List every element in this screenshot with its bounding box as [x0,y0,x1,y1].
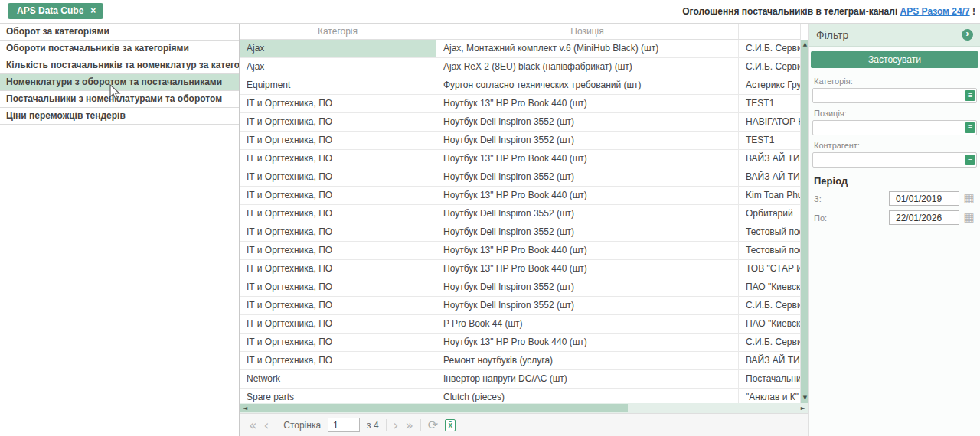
scroll-left-icon[interactable]: ◄ [243,403,247,413]
calendar-icon[interactable]: ▦ [962,211,975,224]
sidebar-item[interactable]: Постачальники з номенклатурами та оборот… [0,91,239,108]
table-cell[interactable]: Інвертор напруги DC/AC (шт) [436,370,739,388]
prev-page-button[interactable]: ‹ [263,417,269,434]
column-header-category[interactable]: Категорія [240,24,436,39]
collapse-panel-icon[interactable]: › [962,29,973,41]
table-cell[interactable]: IT и Оргтехника, ПО [240,334,436,351]
period-to-input[interactable] [889,210,959,225]
table-cell[interactable]: Spare parts [240,389,436,403]
refresh-icon[interactable]: ⟳ [428,418,438,432]
table-cell[interactable]: Network [240,370,436,388]
next-page-button[interactable]: › [394,417,399,434]
table-cell[interactable]: Ноутбук 13" HP Pro Book 440 (шт) [436,260,739,278]
table-cell[interactable]: Орбитарий [739,205,800,223]
table-cell[interactable]: Ноутбук Dell Inspiron 3552 (шт) [436,132,739,149]
vertical-scrollbar[interactable]: ▲ ▼ [800,24,808,403]
last-page-button[interactable]: » [405,417,413,434]
telegram-channel-link[interactable]: APS Разом 24/7 [900,6,970,17]
table-cell[interactable]: Постачальник [739,370,800,388]
table-cell[interactable]: Ноутбук Dell Inspiron 3552 (шт) [436,297,739,314]
sidebar-item[interactable]: Номенклатури з оборотом та постачальника… [0,74,239,91]
table-cell[interactable]: P Pro Book 44 (шт) [436,315,739,333]
table-cell[interactable]: IT и Оргтехника, ПО [240,113,436,131]
table-cell[interactable]: TEST1 [739,95,800,112]
scroll-down-icon[interactable]: ▼ [801,395,808,401]
position-input[interactable] [813,122,976,135]
table-cell[interactable]: Ноутбук Dell Inspiron 3552 (шт) [436,168,739,186]
table-cell[interactable]: IT и Оргтехника, ПО [240,150,436,168]
table-cell[interactable]: ВАЙЗ АЙ ТИ [739,352,800,369]
table-cell[interactable]: Ajax [240,40,436,57]
table-cell[interactable]: IT и Оргтехника, ПО [240,223,436,241]
contractor-field-label: Контрагент: [809,135,980,152]
sidebar-item[interactable]: Ціни переможців тендерів [0,108,239,125]
table-cell[interactable]: Clutch (pieces) [436,389,739,403]
sidebar-item[interactable]: Оборот за категоріями [0,24,239,41]
table-cell[interactable]: Тестовый пост [739,242,800,259]
table-cell[interactable]: IT и Оргтехника, ПО [240,315,436,333]
close-icon[interactable]: × [90,5,96,19]
page-number-input[interactable] [328,418,360,432]
horizontal-scrollbar-thumb[interactable] [240,404,628,412]
excel-export-icon[interactable]: x̄ [445,419,456,431]
scroll-right-icon[interactable]: ► [801,403,805,413]
table-cell[interactable]: Ноутбук Dell Inspiron 3552 (шт) [436,223,739,241]
table-cell[interactable]: IT и Оргтехника, ПО [240,352,436,369]
table-cell[interactable]: С.И.Б. Сервис [739,40,800,57]
table-cell[interactable]: Ноутбук 13" HP Pro Book 440 (шт) [436,242,739,259]
table-cell[interactable]: Ноутбук Dell Inspiron 3552 (шт) [436,113,739,131]
table-cell[interactable]: ВАЙЗ АЙ ТИ [739,168,800,186]
horizontal-scrollbar[interactable]: ◄ ► [240,403,808,413]
table-cell[interactable]: IT и Оргтехника, ПО [240,297,436,314]
sidebar-item[interactable]: Кількість постачальників та номенклатур … [0,57,239,74]
table-cell[interactable]: Ajax, Монтажний комплект v.6 (MiniHub Bl… [436,40,739,57]
table-cell[interactable]: TEST1 [739,132,800,149]
table-cell[interactable]: Equipment [240,76,436,94]
table-cell[interactable]: Ремонт ноутбуків (услуга) [436,352,739,369]
table-cell[interactable]: IT и Оргтехника, ПО [240,205,436,223]
table-cell[interactable]: IT и Оргтехника, ПО [240,168,436,186]
table-cell[interactable]: Фургон согласно технических требований (… [436,76,739,94]
table-cell[interactable]: Ajax [240,58,436,76]
apply-filter-button[interactable]: Застосувати [811,51,978,68]
period-from-input[interactable] [889,191,959,206]
table-cell[interactable]: ПАО "Киевски [739,278,800,296]
column-header-supplier[interactable] [739,24,800,39]
table-cell[interactable]: С.И.Б. Сервис [739,58,800,76]
calendar-icon[interactable]: ▦ [962,192,975,205]
position-picker-icon[interactable]: ≡ [965,122,975,133]
table-cell[interactable]: ПАО "Киевски [739,315,800,333]
table-cell[interactable]: Ноутбук 13" HP Pro Book 440 (шт) [436,95,739,112]
column-header-position[interactable]: Позиція [436,24,739,39]
table-cell[interactable]: IT и Оргтехника, ПО [240,187,436,204]
scroll-up-icon[interactable]: ▲ [801,41,808,47]
table-cell[interactable]: IT и Оргтехника, ПО [240,278,436,296]
table-cell[interactable]: IT и Оргтехника, ПО [240,132,436,149]
table-cell[interactable]: Ajax ReX 2 (8EU) black (напівфабрикат) (… [436,58,739,76]
table-cell[interactable]: Тестовый пост [739,223,800,241]
table-cell[interactable]: Kim Toan Phuc [739,187,800,204]
table-cell[interactable]: IT и Оргтехника, ПО [240,95,436,112]
category-input[interactable] [813,89,976,103]
category-picker-icon[interactable]: ≡ [965,90,975,101]
table-cell[interactable]: Ноутбук 13" HP Pro Book 440 (шт) [436,334,739,351]
vertical-scrollbar-thumb[interactable] [801,40,808,403]
first-page-button[interactable]: « [249,417,256,434]
contractor-input[interactable] [813,154,976,168]
table-cell[interactable]: ТОВ "СТАР И [739,260,800,278]
table-cell[interactable]: С.И.Б. Сервис [739,334,800,351]
table-cell[interactable]: Ноутбук 13" HP Pro Book 440 (шт) [436,150,739,168]
table-cell[interactable]: Астерикс Груп [739,76,800,94]
sidebar-item[interactable]: Обороти постачальників за категоріями [0,41,239,57]
table-cell[interactable]: "Анклав и К" [739,389,800,403]
contractor-picker-icon[interactable]: ≡ [965,155,975,165]
table-cell[interactable]: ВАЙЗ АЙ ТИ [739,150,800,168]
table-cell[interactable]: Ноутбук Dell Inspiron 3552 (шт) [436,205,739,223]
tab-aps-data-cube[interactable]: APS Data Cube × [8,3,103,19]
table-cell[interactable]: IT и Оргтехника, ПО [240,242,436,259]
table-cell[interactable]: Ноутбук 13" HP Pro Book 440 (шт) [436,187,739,204]
table-cell[interactable]: С.И.Б. Сервис [739,297,800,314]
table-cell[interactable]: НАВІГАТОР КО [739,113,800,131]
table-cell[interactable]: Ноутбук Dell Inspiron 3552 (шт) [436,278,739,296]
table-cell[interactable]: IT и Оргтехника, ПО [240,260,436,278]
